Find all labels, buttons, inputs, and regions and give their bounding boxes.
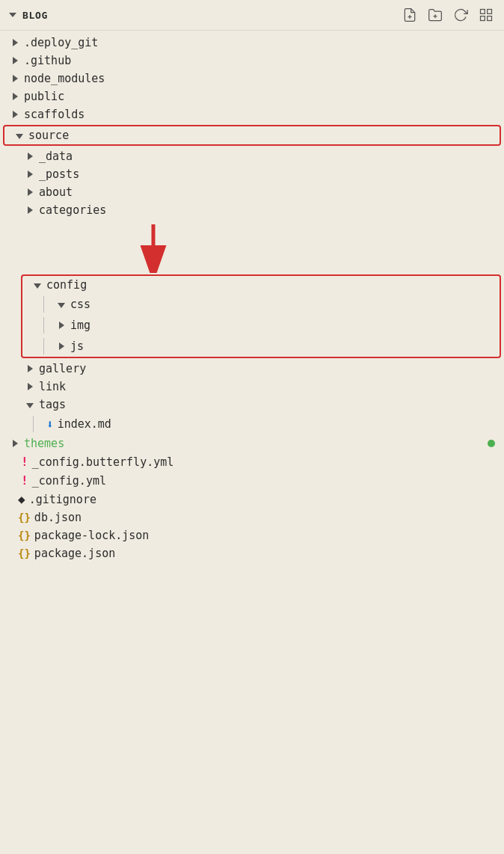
tree-line — [43, 338, 52, 354]
item-label: package.json — [34, 547, 115, 560]
svg-rect-4 — [481, 10, 485, 14]
item-label: css — [70, 298, 90, 311]
sidebar-header: BLOG — [0, 0, 504, 31]
arrow-right-icon — [24, 150, 36, 162]
svg-rect-6 — [488, 16, 492, 21]
red-arrow-svg — [135, 221, 172, 273]
item-label: img — [70, 319, 90, 332]
status-dot — [488, 440, 495, 447]
item-label: db.json — [34, 511, 82, 524]
sidebar-item-config[interactable]: config — [22, 276, 500, 294]
item-label: themes — [24, 437, 64, 450]
sidebar-item-link[interactable]: link — [0, 378, 504, 396]
arrow-down-icon — [31, 279, 43, 291]
arrow-right-icon — [55, 319, 67, 331]
item-label: about — [39, 185, 73, 199]
item-label: _data — [39, 150, 73, 163]
item-label: _config.butterfly.yml — [32, 455, 174, 469]
arrow-right-icon — [24, 381, 36, 393]
item-label: node_modules — [24, 72, 105, 85]
braces-icon: {} — [18, 512, 31, 523]
arrow-down-icon — [55, 298, 67, 310]
sidebar-item-package-lock[interactable]: {} package-lock.json — [0, 526, 504, 544]
tree-line — [43, 317, 52, 334]
sidebar-container: BLOG — [0, 0, 504, 565]
sidebar-item-source[interactable]: source — [4, 126, 500, 144]
header-actions — [402, 7, 494, 22]
svg-rect-7 — [481, 16, 485, 21]
source-highlight-box: source — [3, 125, 501, 146]
sidebar-item-node-modules[interactable]: node_modules — [0, 70, 504, 87]
sidebar-item-index-md[interactable]: ⬇ index.md — [0, 414, 504, 434]
item-label: index.md — [58, 417, 111, 431]
new-file-icon[interactable] — [402, 7, 417, 22]
item-label: link — [39, 380, 66, 393]
sidebar-item-package-json[interactable]: {} package.json — [0, 544, 504, 562]
arrow-down-icon — [24, 399, 36, 411]
refresh-icon[interactable] — [453, 7, 468, 22]
collapse-icon[interactable] — [479, 7, 494, 22]
arrow-right-icon — [24, 186, 36, 198]
sidebar-item-gitignore[interactable]: ◆ .gitignore — [0, 490, 504, 509]
item-label: categories — [39, 203, 106, 217]
exclaim-icon: ! — [21, 473, 28, 488]
arrow-right-icon — [9, 90, 21, 102]
item-label: source — [28, 129, 69, 142]
sidebar-item-about[interactable]: about — [0, 183, 504, 201]
item-label: gallery — [39, 362, 86, 375]
braces-icon: {} — [18, 529, 31, 541]
annotation-arrow — [0, 221, 504, 273]
arrow-down-icon — [13, 129, 25, 141]
sidebar-item-public[interactable]: public — [0, 87, 504, 105]
chevron-down-icon[interactable] — [9, 13, 16, 17]
arrow-right-icon — [24, 168, 36, 180]
arrow-right-icon — [9, 73, 21, 85]
item-label: js — [70, 340, 84, 353]
sidebar-item-gallery[interactable]: gallery — [0, 360, 504, 378]
item-label: public — [24, 90, 64, 103]
arrow-right-icon — [9, 437, 21, 449]
arrow-right-icon — [9, 55, 21, 67]
sidebar-item-tags[interactable]: tags — [0, 396, 504, 414]
new-folder-icon[interactable] — [428, 7, 443, 22]
sidebar-item-data[interactable]: _data — [0, 147, 504, 165]
sidebar-item-categories[interactable]: categories — [0, 201, 504, 219]
arrow-right-icon — [24, 204, 36, 216]
arrow-right-icon — [9, 108, 21, 120]
item-label: .deploy_git — [24, 36, 98, 49]
arrow-right-icon — [9, 37, 21, 49]
sidebar-item-scaffolds[interactable]: scaffolds — [0, 105, 504, 123]
item-label: scaffolds — [24, 108, 84, 121]
braces-icon: {} — [18, 547, 31, 559]
sidebar-item-deploy-git[interactable]: .deploy_git — [0, 34, 504, 52]
diamond-icon: ◆ — [18, 492, 25, 506]
blog-title: BLOG — [22, 10, 48, 21]
sidebar-item-db-json[interactable]: {} db.json — [0, 509, 504, 526]
tree-line — [33, 416, 42, 432]
item-label: config — [46, 278, 87, 292]
item-label: .github — [24, 54, 71, 67]
file-tree: .deploy_git .github node_modules public … — [0, 31, 504, 565]
item-label: package-lock.json — [34, 529, 150, 542]
sidebar-item-themes[interactable]: themes — [0, 434, 504, 452]
arrow-right-icon — [55, 340, 67, 352]
exclaim-icon: ! — [21, 455, 28, 469]
config-highlight-box: config css img js — [21, 274, 501, 358]
arrow-right-icon — [24, 363, 36, 375]
sidebar-item-posts[interactable]: _posts — [0, 165, 504, 183]
item-label: _posts — [39, 168, 79, 181]
sidebar-item-js[interactable]: js — [22, 336, 500, 357]
sidebar-item-img[interactable]: img — [22, 315, 500, 336]
item-label: .gitignore — [29, 493, 96, 506]
item-label: tags — [39, 398, 66, 411]
sidebar-item-github[interactable]: .github — [0, 52, 504, 70]
download-icon: ⬇ — [46, 417, 54, 431]
svg-rect-5 — [488, 10, 492, 14]
sidebar-item-config-butterfly[interactable]: ! _config.butterfly.yml — [0, 452, 504, 471]
sidebar-item-css[interactable]: css — [22, 294, 500, 315]
tree-line — [43, 296, 52, 313]
sidebar-item-config-yml[interactable]: ! _config.yml — [0, 471, 504, 490]
sidebar-title: BLOG — [9, 10, 48, 21]
item-label: _config.yml — [32, 474, 106, 488]
